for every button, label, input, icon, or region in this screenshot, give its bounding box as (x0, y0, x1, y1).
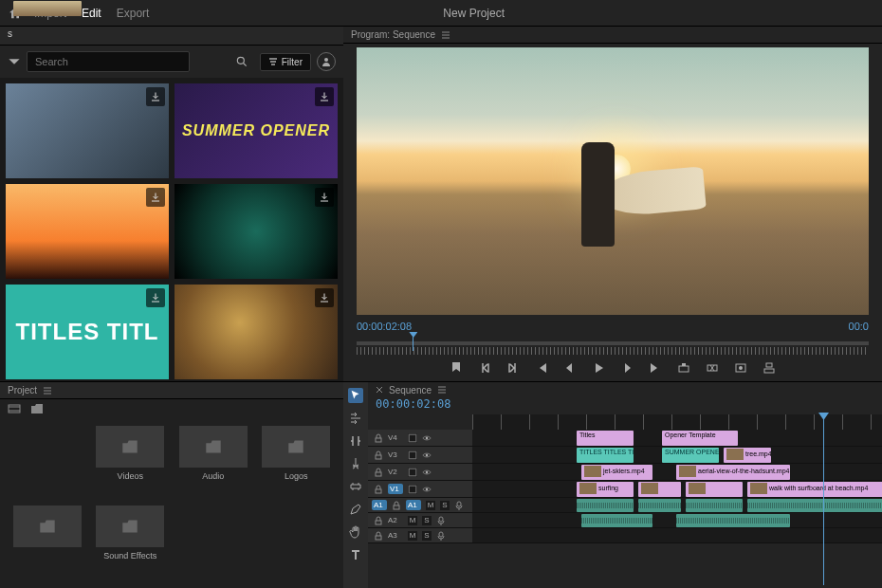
bin-videos[interactable]: Videos (91, 426, 171, 502)
solo-icon[interactable]: S (422, 516, 432, 525)
download-icon[interactable] (315, 87, 334, 106)
clip-surfing[interactable]: surfing (577, 482, 634, 497)
clip-tree[interactable]: tree.mp4 (724, 448, 771, 463)
clip-v1-b[interactable] (638, 482, 681, 497)
bin-icon[interactable] (30, 402, 44, 415)
track-select-tool-icon[interactable] (348, 411, 363, 426)
bin-empty[interactable] (8, 505, 87, 581)
lock-icon[interactable] (374, 450, 383, 460)
program-scrubber[interactable] (357, 336, 869, 355)
step-forward-icon[interactable] (619, 360, 634, 376)
account-icon[interactable] (317, 52, 336, 71)
lock-icon[interactable] (374, 485, 383, 494)
sync-lock-icon[interactable] (408, 450, 417, 460)
clip-jet-skiers[interactable]: jet-skiers.mp4 (581, 465, 652, 480)
stock-item-titles[interactable]: TITLES TITL (6, 285, 169, 379)
settings-icon[interactable] (762, 360, 777, 376)
play-icon[interactable] (591, 360, 606, 376)
eye-icon[interactable] (422, 468, 432, 477)
stock-item-sunset[interactable] (6, 184, 169, 279)
clip-titles[interactable]: Titles (577, 431, 634, 446)
track-header-v2[interactable]: V2 (368, 464, 472, 480)
panel-menu-icon[interactable] (441, 30, 450, 40)
clip-audio-a2-1[interactable] (581, 514, 652, 527)
stock-item-aerial[interactable] (175, 184, 338, 279)
solo-icon[interactable]: S (440, 501, 450, 510)
mute-icon[interactable]: M (426, 501, 435, 510)
bin-logos[interactable]: Logos (257, 426, 337, 502)
search-input[interactable] (27, 51, 190, 72)
step-back-icon[interactable] (562, 360, 578, 376)
mark-in-icon[interactable] (477, 360, 492, 376)
sequence-icon[interactable] (8, 402, 21, 415)
track-header-v4[interactable]: V4 (368, 430, 472, 446)
eye-icon[interactable] (422, 485, 432, 494)
timeline-timecode[interactable]: 00:00:02:08 (368, 397, 882, 414)
go-to-in-icon[interactable] (534, 360, 549, 376)
stock-item-woman[interactable] (175, 285, 338, 379)
close-icon[interactable] (376, 386, 383, 394)
timeline-ruler[interactable] (472, 414, 882, 430)
lock-icon[interactable] (374, 531, 383, 541)
add-marker-icon[interactable] (449, 360, 464, 376)
download-icon[interactable] (146, 288, 165, 307)
timeline-playhead[interactable] (823, 414, 824, 585)
mic-icon[interactable] (436, 516, 446, 525)
program-monitor[interactable] (357, 47, 869, 315)
track-content-a1[interactable] (472, 498, 882, 512)
lift-icon[interactable] (676, 360, 691, 376)
bin-sound-effects[interactable]: Sound Effects (91, 505, 171, 581)
lock-icon[interactable] (374, 433, 383, 443)
mic-icon[interactable] (454, 501, 464, 510)
track-header-v3[interactable]: V3 (368, 447, 472, 463)
stock-item-friends[interactable] (6, 83, 169, 178)
tab-export[interactable]: Export (117, 7, 150, 20)
export-frame-icon[interactable] (733, 360, 748, 376)
category-dropdown-icon[interactable] (8, 55, 21, 68)
clip-audio-a1-2[interactable] (638, 499, 681, 512)
lock-icon[interactable] (374, 516, 383, 525)
track-content-v2[interactable]: jet-skiers.mp4 aerial-view-of-the-hadsun… (472, 464, 882, 480)
search-icon[interactable] (235, 55, 248, 68)
ripple-edit-tool-icon[interactable] (348, 433, 363, 449)
hand-tool-icon[interactable] (348, 524, 363, 540)
solo-icon[interactable]: S (422, 531, 432, 541)
bin-sequence-clip[interactable] (8, 426, 87, 502)
sync-lock-icon[interactable] (408, 468, 417, 477)
stock-item-summer-opener[interactable]: SUMMER OPENER (175, 83, 338, 178)
tab-edit[interactable]: Edit (82, 7, 101, 20)
lock-icon[interactable] (374, 468, 383, 477)
clip-audio-a1-3[interactable] (686, 499, 743, 512)
clip-v1-c[interactable] (686, 482, 743, 497)
track-header-a2[interactable]: A2 M S (368, 513, 472, 527)
track-header-a3[interactable]: A3 M S (368, 528, 472, 542)
program-timecode-left[interactable]: 00:00:02:08 (357, 321, 412, 332)
mute-icon[interactable]: M (408, 516, 417, 525)
clip-titles-graphic[interactable]: TITLES TITLES TITLE (577, 448, 634, 463)
extract-icon[interactable] (705, 360, 720, 376)
slip-tool-icon[interactable] (348, 479, 363, 494)
clip-audio-a1-4[interactable] (747, 499, 882, 512)
eye-icon[interactable] (422, 433, 432, 443)
filter-button[interactable]: Filter (260, 53, 311, 71)
track-header-a1[interactable]: A1 A1 M S (368, 498, 472, 512)
pen-tool-icon[interactable] (348, 502, 363, 517)
clip-walk-surfboard[interactable]: walk with surfboard at beach.mp4 (747, 482, 882, 497)
download-icon[interactable] (315, 188, 334, 207)
track-header-v1[interactable]: V1 (368, 481, 472, 497)
type-tool-icon[interactable] (348, 547, 363, 562)
track-content-v3[interactable]: TITLES TITLES TITLE SUMMER OPENER tree.m… (472, 447, 882, 463)
bin-audio[interactable]: Audio (174, 426, 253, 502)
razor-tool-icon[interactable] (348, 456, 363, 471)
clip-summer-opener-graphic[interactable]: SUMMER OPENER (662, 448, 719, 463)
clip-opener-template[interactable]: Opener Template (662, 431, 738, 446)
panel-menu-icon[interactable] (43, 386, 52, 395)
selection-tool-icon[interactable] (348, 388, 363, 403)
mic-icon[interactable] (436, 531, 446, 541)
sync-lock-icon[interactable] (408, 485, 417, 494)
track-content-a3[interactable] (472, 528, 882, 542)
lock-icon[interactable] (392, 501, 401, 510)
track-content-a2[interactable] (472, 513, 882, 527)
track-content-v1[interactable]: surfing walk with surfboard at beach.mp4 (472, 481, 882, 497)
mute-icon[interactable]: M (408, 531, 417, 541)
